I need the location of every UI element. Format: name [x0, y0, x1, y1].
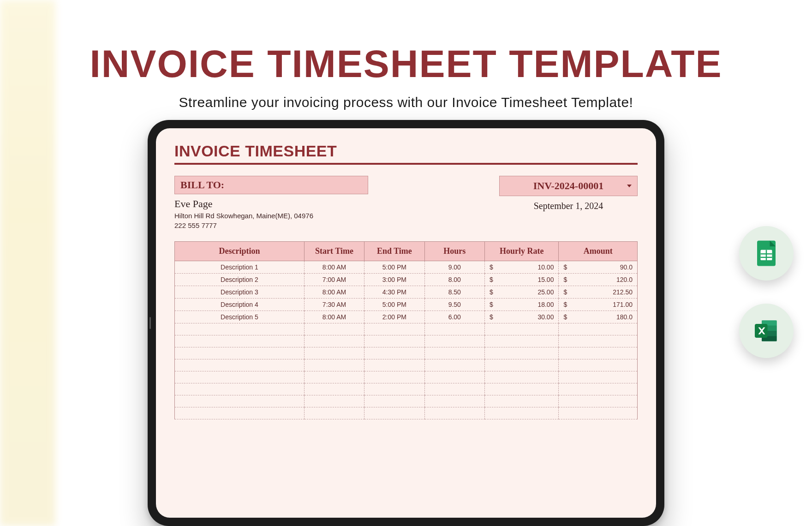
- cell-hours[interactable]: 8.50: [424, 286, 484, 299]
- cell-hourly-rate[interactable]: $10.00: [484, 261, 558, 274]
- bill-to-phone: 222 555 7777: [174, 221, 368, 229]
- cell-end-time[interactable]: 5:00 PM: [364, 261, 424, 274]
- chevron-down-icon: [627, 185, 632, 187]
- invoice-number: INV-2024-00001: [533, 180, 603, 192]
- hero-section: INVOICE TIMESHEET TEMPLATE Streamline yo…: [0, 0, 812, 110]
- cell-amount[interactable]: $171.00: [559, 299, 638, 311]
- table-row-empty[interactable]: [175, 359, 638, 371]
- cell-amount[interactable]: $212.50: [559, 286, 638, 299]
- cell-hourly-rate[interactable]: $30.00: [484, 311, 558, 323]
- cell-description[interactable]: Description 2: [175, 274, 304, 286]
- sheet-title: INVOICE TIMESHEET: [174, 142, 638, 165]
- col-amount: Amount: [559, 242, 638, 261]
- background-gradient: [0, 0, 55, 526]
- google-sheets-icon: [752, 239, 780, 267]
- table-row-empty[interactable]: [175, 323, 638, 335]
- hero-title: INVOICE TIMESHEET TEMPLATE: [0, 42, 812, 86]
- col-end-time: End Time: [364, 242, 424, 261]
- cell-start-time[interactable]: 7:00 AM: [304, 274, 364, 286]
- table-row[interactable]: Description 18:00 AM5:00 PM9.00$10.00$90…: [175, 261, 638, 274]
- cell-hours[interactable]: 8.00: [424, 274, 484, 286]
- col-hours: Hours: [424, 242, 484, 261]
- cell-description[interactable]: Description 4: [175, 299, 304, 311]
- table-row[interactable]: Description 27:00 AM3:00 PM8.00$15.00$12…: [175, 274, 638, 286]
- table-row-empty[interactable]: [175, 347, 638, 359]
- table-row-empty[interactable]: [175, 371, 638, 383]
- cell-description[interactable]: Description 3: [175, 286, 304, 299]
- tablet-screen: INVOICE TIMESHEET BILL TO: Eve Page Hilt…: [156, 128, 656, 518]
- cell-amount[interactable]: $180.0: [559, 311, 638, 323]
- table-row-empty[interactable]: [175, 335, 638, 347]
- invoice-meta-block: INV-2024-00001 September 1, 2024: [499, 176, 638, 211]
- svg-rect-4: [766, 250, 767, 261]
- invoice-sheet: INVOICE TIMESHEET BILL TO: Eve Page Hilt…: [156, 128, 656, 419]
- cell-end-time[interactable]: 3:00 PM: [364, 274, 424, 286]
- table-row[interactable]: Description 58:00 AM2:00 PM6.00$30.00$18…: [175, 311, 638, 323]
- cell-start-time[interactable]: 8:00 AM: [304, 311, 364, 323]
- cell-start-time[interactable]: 8:00 AM: [304, 286, 364, 299]
- cell-amount[interactable]: $90.0: [559, 261, 638, 274]
- cell-description[interactable]: Description 1: [175, 261, 304, 274]
- col-description: Description: [175, 242, 304, 261]
- bill-to-address: Hilton Hill Rd Skowhegan, Maine(ME), 049…: [174, 212, 368, 220]
- cell-end-time[interactable]: 5:00 PM: [364, 299, 424, 311]
- table-header-row: Description Start Time End Time Hours Ho…: [175, 242, 638, 261]
- bill-to-label: BILL TO:: [174, 176, 368, 194]
- col-hourly-rate: Hourly Rate: [484, 242, 558, 261]
- google-sheets-badge[interactable]: [739, 226, 794, 281]
- excel-icon: [752, 317, 780, 345]
- invoice-date: September 1, 2024: [499, 201, 638, 211]
- cell-start-time[interactable]: 7:30 AM: [304, 299, 364, 311]
- invoice-number-select[interactable]: INV-2024-00001: [499, 176, 638, 196]
- table-row-empty[interactable]: [175, 383, 638, 395]
- table-row-empty[interactable]: [175, 407, 638, 419]
- cell-hourly-rate[interactable]: $18.00: [484, 299, 558, 311]
- cell-hourly-rate[interactable]: $15.00: [484, 274, 558, 286]
- excel-badge[interactable]: [739, 304, 794, 358]
- cell-hours[interactable]: 9.50: [424, 299, 484, 311]
- table-row[interactable]: Description 47:30 AM5:00 PM9.50$18.00$17…: [175, 299, 638, 311]
- tablet-frame: INVOICE TIMESHEET BILL TO: Eve Page Hilt…: [148, 120, 664, 526]
- table-row[interactable]: Description 38:00 AM4:30 PM8.50$25.00$21…: [175, 286, 638, 299]
- cell-end-time[interactable]: 2:00 PM: [364, 311, 424, 323]
- bill-to-block: BILL TO: Eve Page Hilton Hill Rd Skowheg…: [174, 176, 368, 229]
- cell-start-time[interactable]: 8:00 AM: [304, 261, 364, 274]
- hero-subtitle: Streamline your invoicing process with o…: [0, 95, 812, 110]
- cell-end-time[interactable]: 4:30 PM: [364, 286, 424, 299]
- col-start-time: Start Time: [304, 242, 364, 261]
- cell-amount[interactable]: $120.0: [559, 274, 638, 286]
- cell-description[interactable]: Description 5: [175, 311, 304, 323]
- format-badges: [739, 226, 794, 358]
- cell-hours[interactable]: 9.00: [424, 261, 484, 274]
- timesheet-table: Description Start Time End Time Hours Ho…: [174, 241, 638, 419]
- table-row-empty[interactable]: [175, 395, 638, 407]
- meta-row: BILL TO: Eve Page Hilton Hill Rd Skowheg…: [174, 176, 638, 229]
- bill-to-name: Eve Page: [174, 198, 368, 210]
- cell-hourly-rate[interactable]: $25.00: [484, 286, 558, 299]
- cell-hours[interactable]: 6.00: [424, 311, 484, 323]
